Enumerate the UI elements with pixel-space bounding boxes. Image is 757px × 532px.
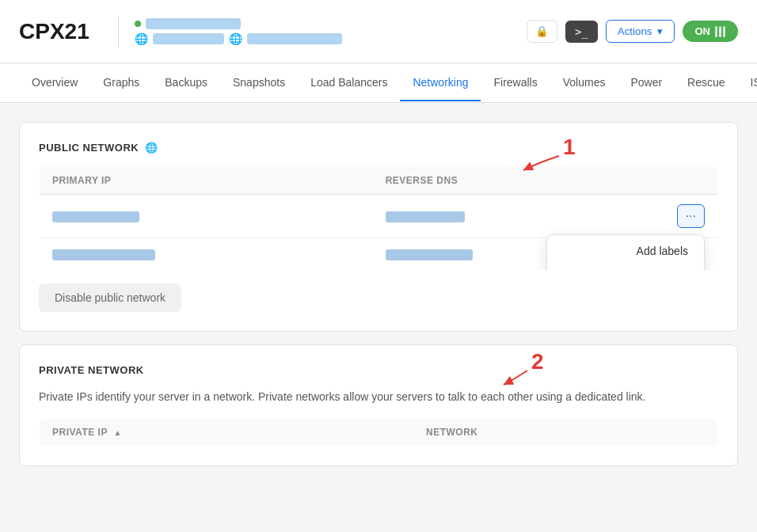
terminal-button[interactable]: >_ <box>565 21 598 43</box>
toggle-bar-1 <box>715 26 717 37</box>
ip-redact-2 <box>52 249 155 260</box>
globe-icon-2: 🌐 <box>229 32 242 45</box>
private-network-card: PRIVATE NETWORK Private IPs identify you… <box>19 344 738 466</box>
power-toggle[interactable]: ON <box>683 21 739 42</box>
ip-cell-2 <box>40 238 373 271</box>
ip-redact-1 <box>52 211 139 222</box>
dropdown-menu: Add labels Enable protection Disable Aut… <box>546 234 705 271</box>
on-label: ON <box>695 25 711 37</box>
public-network-title: PUBLIC NETWORK 🌐 <box>39 142 718 154</box>
three-dots-button[interactable]: ··· <box>677 204 705 228</box>
server-info: 🌐 🌐 <box>135 18 342 45</box>
col-actions-header <box>664 167 718 195</box>
actions-chevron-icon: ▾ <box>657 25 663 37</box>
action-cell-1: ··· Add labels Enable protection Disable… <box>664 195 718 238</box>
globe-icon-1: 🌐 <box>135 32 148 45</box>
public-network-globe-icon: 🌐 <box>145 142 158 154</box>
table-row: ··· Add labels Enable protection Disable… <box>40 195 718 238</box>
sort-arrow-icon: ▲ <box>114 428 122 437</box>
tab-graphs[interactable]: Graphs <box>90 65 152 101</box>
tab-backups[interactable]: Backups <box>152 65 220 101</box>
private-network-title: PRIVATE NETWORK <box>39 364 718 376</box>
tab-volumes[interactable]: Volumes <box>550 65 618 101</box>
tab-load-balancers[interactable]: Load Balancers <box>298 65 400 101</box>
tab-firewalls[interactable]: Firewalls <box>481 65 550 101</box>
private-network-title-text: PRIVATE NETWORK <box>39 364 144 376</box>
private-network-description: Private IPs identify your server in a ne… <box>39 389 718 405</box>
toggle-bars <box>715 26 725 37</box>
server-name: CPX21 <box>19 19 89 44</box>
lock-button[interactable]: 🔒 <box>527 20 557 43</box>
public-network-card: PUBLIC NETWORK 🌐 PRIMARY IP REVERSE DNS <box>19 122 738 332</box>
col-private-ip[interactable]: PRIVATE IP ▲ <box>40 419 414 446</box>
nav-tabs: Overview Graphs Backups Snapshots Load B… <box>0 63 757 103</box>
primary-ip-blur <box>146 18 241 29</box>
col-network: NETWORK <box>413 419 718 446</box>
tab-power[interactable]: Power <box>618 65 675 101</box>
public-network-title-text: PUBLIC NETWORK <box>39 142 139 154</box>
server-ip-row: 🌐 🌐 <box>135 32 342 45</box>
header: CPX21 🌐 🌐 🔒 >_ Actions ▾ ON <box>0 0 757 63</box>
actions-label: Actions <box>618 25 652 37</box>
status-dot <box>135 21 141 27</box>
dropdown-container: ··· Add labels Enable protection Disable… <box>677 204 705 228</box>
tab-snapshots[interactable]: Snapshots <box>220 65 298 101</box>
tab-rescue[interactable]: Rescue <box>675 65 737 101</box>
toggle-bar-3 <box>723 26 725 37</box>
table-header-row: PRIMARY IP REVERSE DNS <box>40 167 718 195</box>
main-content: PUBLIC NETWORK 🌐 PRIMARY IP REVERSE DNS <box>0 103 757 498</box>
col-private-ip-label: PRIVATE IP <box>52 427 108 438</box>
dropdown-item-add-labels[interactable]: Add labels <box>547 235 704 267</box>
header-divider <box>118 16 119 48</box>
header-actions: 🔒 >_ Actions ▾ ON <box>527 20 738 43</box>
tab-networking[interactable]: Networking <box>400 65 481 101</box>
col-primary-ip: PRIMARY IP <box>40 167 373 195</box>
private-network-table: PRIVATE IP ▲ NETWORK <box>39 418 718 446</box>
dns-redact-1 <box>386 211 465 222</box>
tab-overview[interactable]: Overview <box>19 65 90 101</box>
ip-blur-2 <box>153 33 224 44</box>
col-reverse-dns: REVERSE DNS <box>373 167 664 195</box>
dns-redact-2 <box>386 249 473 260</box>
public-network-table: PRIMARY IP REVERSE DNS ··· <box>39 166 718 271</box>
ip-cell-1 <box>40 195 373 238</box>
disable-public-network-button[interactable]: Disable public network <box>39 283 181 312</box>
private-table-header-row: PRIVATE IP ▲ NETWORK <box>40 419 718 446</box>
actions-button[interactable]: Actions ▾ <box>606 20 675 43</box>
toggle-bar-2 <box>719 26 721 37</box>
ip-blur-3 <box>247 33 342 44</box>
dns-cell-1 <box>373 195 664 238</box>
tab-iso-images[interactable]: ISO Images <box>738 65 757 101</box>
dropdown-item-enable-protection[interactable]: Enable protection <box>547 267 704 271</box>
server-status-row <box>135 18 342 29</box>
